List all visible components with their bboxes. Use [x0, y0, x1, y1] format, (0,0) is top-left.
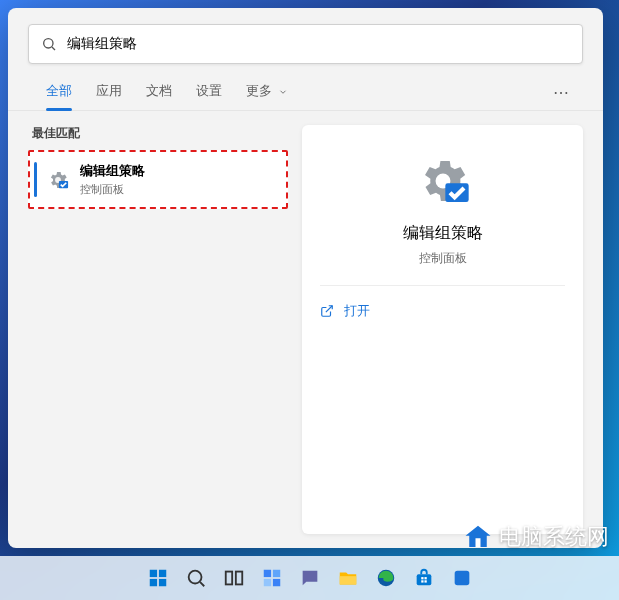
start-button[interactable] — [142, 562, 174, 594]
explorer-button[interactable] — [332, 562, 364, 594]
watermark-text: 电脑系统网 — [499, 522, 609, 552]
house-icon — [463, 522, 493, 552]
svg-rect-18 — [272, 570, 279, 577]
overflow-button[interactable]: ⋯ — [547, 77, 577, 108]
divider — [320, 285, 565, 286]
detail-subtitle: 控制面板 — [419, 250, 467, 267]
taskview-button[interactable] — [218, 562, 250, 594]
chat-button[interactable] — [294, 562, 326, 594]
svg-rect-16 — [235, 572, 241, 585]
svg-rect-15 — [225, 572, 231, 585]
tab-documents[interactable]: 文档 — [134, 74, 184, 110]
edge-button[interactable] — [370, 562, 402, 594]
detail-title: 编辑组策略 — [403, 223, 483, 244]
svg-rect-26 — [421, 580, 423, 582]
open-label: 打开 — [344, 302, 370, 320]
open-icon — [320, 304, 334, 318]
svg-rect-23 — [416, 574, 431, 585]
svg-rect-17 — [263, 570, 270, 577]
svg-line-6 — [326, 306, 332, 312]
detail-panel: 编辑组策略 控制面板 打开 — [302, 125, 583, 534]
svg-line-14 — [200, 582, 204, 586]
search-icon — [41, 36, 57, 52]
result-item[interactable]: 编辑组策略 控制面板 — [28, 150, 288, 209]
svg-point-13 — [188, 571, 201, 584]
result-title: 编辑组策略 — [80, 162, 145, 180]
search-bar[interactable] — [28, 24, 583, 64]
svg-rect-20 — [272, 579, 279, 586]
tab-all[interactable]: 全部 — [34, 74, 84, 110]
svg-rect-28 — [454, 571, 469, 586]
svg-rect-10 — [158, 570, 165, 577]
search-input[interactable] — [67, 36, 570, 52]
svg-rect-9 — [149, 570, 156, 577]
svg-rect-8 — [476, 538, 481, 547]
tabs-row: 全部 应用 文档 设置 更多 ⋯ — [8, 74, 603, 111]
svg-rect-25 — [424, 577, 426, 579]
watermark: 电脑系统网 — [463, 522, 609, 552]
search-button[interactable] — [180, 562, 212, 594]
svg-line-1 — [52, 47, 55, 50]
search-window: 全部 应用 文档 设置 更多 ⋯ 最佳匹配 编辑组 — [8, 8, 603, 548]
svg-rect-21 — [339, 576, 356, 584]
content-area: 最佳匹配 编辑组策略 控制面板 — [8, 111, 603, 548]
result-subtitle: 控制面板 — [80, 182, 145, 197]
store-button[interactable] — [408, 562, 440, 594]
gear-check-icon — [415, 153, 471, 209]
svg-rect-24 — [421, 577, 423, 579]
tab-apps[interactable]: 应用 — [84, 74, 134, 110]
tab-more[interactable]: 更多 — [234, 74, 300, 110]
result-text: 编辑组策略 控制面板 — [80, 162, 145, 197]
results-column: 最佳匹配 编辑组策略 控制面板 — [28, 125, 288, 534]
svg-rect-27 — [424, 580, 426, 582]
chevron-down-icon — [278, 87, 288, 97]
svg-rect-11 — [149, 579, 156, 586]
widgets-button[interactable] — [256, 562, 288, 594]
svg-rect-19 — [263, 579, 270, 586]
taskbar — [0, 556, 619, 600]
open-action[interactable]: 打开 — [320, 298, 565, 324]
svg-rect-12 — [158, 579, 165, 586]
tab-settings[interactable]: 设置 — [184, 74, 234, 110]
svg-point-0 — [44, 39, 53, 48]
section-label-best-match: 最佳匹配 — [32, 125, 288, 142]
gear-check-icon — [44, 169, 72, 191]
app-button[interactable] — [446, 562, 478, 594]
